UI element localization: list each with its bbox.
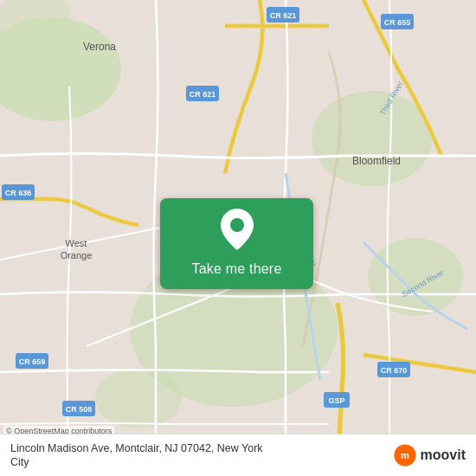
svg-text:GSP: GSP xyxy=(328,396,344,405)
svg-point-2 xyxy=(312,91,433,186)
svg-text:m: m xyxy=(401,450,409,460)
map-container: CR 621 CR 621 CR 655 CR 636 CR 659 CR 50… xyxy=(0,0,476,476)
button-label: Take me there xyxy=(192,261,282,277)
moovit-logo: m moovit xyxy=(393,443,466,467)
svg-text:CR 659: CR 659 xyxy=(19,357,46,366)
svg-text:West: West xyxy=(66,238,87,248)
svg-text:CR 636: CR 636 xyxy=(5,189,32,197)
svg-text:CR 655: CR 655 xyxy=(384,18,411,27)
svg-point-4 xyxy=(95,368,182,428)
moovit-brand-text: moovit xyxy=(421,447,466,463)
svg-text:Orange: Orange xyxy=(61,250,93,261)
svg-text:CR 621: CR 621 xyxy=(270,11,297,20)
svg-rect-5 xyxy=(0,0,69,104)
svg-text:Bloomfield: Bloomfield xyxy=(352,155,401,167)
location-text: Lincoln Madison Ave, Montclair, NJ 07042… xyxy=(10,441,393,470)
location-marker-icon xyxy=(221,209,254,253)
take-me-there-button[interactable]: Take me there xyxy=(160,198,313,289)
svg-text:CR 670: CR 670 xyxy=(381,366,408,375)
svg-point-29 xyxy=(230,218,244,232)
svg-text:Verona: Verona xyxy=(83,41,116,53)
svg-text:CR 621: CR 621 xyxy=(190,90,216,99)
moovit-logo-icon: m xyxy=(393,443,417,467)
svg-text:CR 508: CR 508 xyxy=(66,405,93,414)
info-bar: Lincoln Madison Ave, Montclair, NJ 07042… xyxy=(0,434,476,477)
